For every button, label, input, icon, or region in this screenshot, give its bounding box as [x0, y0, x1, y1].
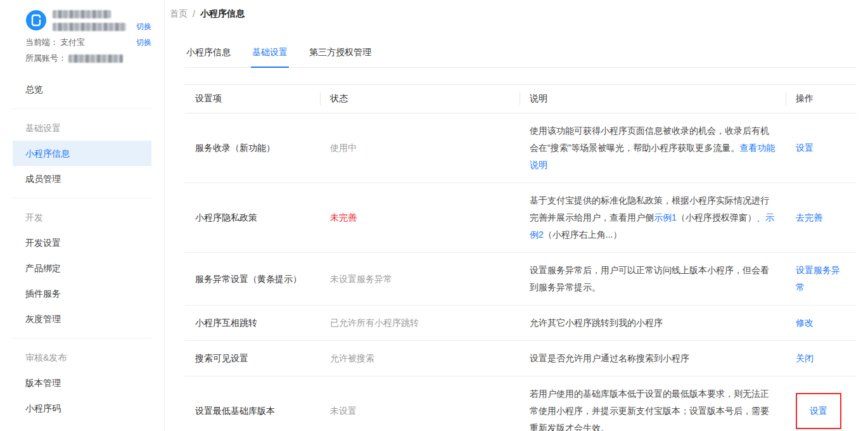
setting-status: 未设置服务异常 — [320, 253, 520, 306]
sidebar-item-dev-settings[interactable]: 开发设置 — [13, 230, 151, 255]
switch-app-link[interactable]: 切换 — [136, 22, 151, 32]
table-row-service-exception-setting: 服务异常设置（黄条提示）未设置服务异常设置服务异常后，用户可以正常访问线上版本小… — [185, 253, 857, 306]
settings-table: 设置项状态说明操作 服务收录（新功能）使用中使用该功能可获得小程序页面信息被收录… — [185, 84, 857, 431]
main-content: 首页 / 小程序信息 小程序信息基础设置第三方授权管理 设置项状态说明操作 服务… — [165, 0, 868, 431]
sidebar-item-member-management[interactable]: 成员管理 — [13, 166, 151, 191]
setting-action-cell: 设置 — [786, 376, 857, 431]
setting-description: 设置服务异常后，用户可以正常访问线上版本小程序，但会看到服务异常提示。 — [520, 253, 786, 306]
description-text: （小程序右上角...） — [544, 229, 622, 240]
setting-name: 搜索可见设置 — [185, 341, 320, 376]
setting-action-cell: 设置 — [786, 113, 857, 183]
setting-action-cell: 设置服务异常 — [786, 253, 857, 306]
sidebar-group-title-basic-settings: 基础设置 — [13, 115, 151, 141]
column-header-operation: 操作 — [786, 85, 857, 113]
app-name-redacted — [53, 10, 111, 18]
content-area: 小程序信息基础设置第三方授权管理 设置项状态说明操作 服务收录（新功能）使用中使… — [165, 39, 868, 431]
sidebar-group-development: 开发开发设置产品绑定插件服务灰度管理 — [13, 198, 151, 338]
setting-name: 服务异常设置（黄条提示） — [185, 253, 320, 306]
description-text: （小程序授权弹窗）、 — [677, 212, 765, 222]
sidebar-item-version-management[interactable]: 版本管理 — [13, 370, 151, 396]
column-header-status: 状态 — [320, 85, 520, 113]
table-row-privacy-policy: 小程序隐私政策未完善基于支付宝提供的标准化隐私政策，根据小程序实际情况进行完善并… — [185, 183, 857, 253]
sidebar-item-miniprogram-info[interactable]: 小程序信息 — [13, 141, 151, 166]
sidebar-item-overview[interactable]: 总览 — [13, 77, 151, 102]
app-root: 切换 当前端： 支付宝 切换 所属账号： 总览基础设置小程序信息成员管理开发开发… — [0, 0, 868, 431]
column-header-description: 说明 — [520, 85, 786, 113]
account-value-redacted — [68, 55, 123, 63]
column-header-setting-item: 设置项 — [185, 85, 320, 113]
action-link-miniprogram-mutual-redirect[interactable]: 修改 — [796, 318, 814, 328]
description-text: 设置是否允许用户通过名称搜索到小程序 — [530, 353, 689, 363]
action-link-service-indexing[interactable]: 设置 — [796, 143, 814, 153]
sidebar-group-title-review-release: 审核&发布 — [13, 345, 151, 370]
sidebar-group-top: 总览 — [13, 70, 151, 108]
red-highlight-box: 设置 — [796, 393, 841, 429]
breadcrumb-current: 小程序信息 — [200, 8, 245, 20]
setting-status: 未完善 — [320, 183, 520, 253]
setting-description: 允许其它小程序跳转到我的小程序 — [520, 306, 786, 341]
switch-terminal-link[interactable]: 切换 — [136, 37, 151, 48]
table-row-service-indexing: 服务收录（新功能）使用中使用该功能可获得小程序页面信息被收录的机会，收录后有机会… — [185, 113, 857, 183]
description-link[interactable]: 示例1 — [654, 212, 677, 222]
setting-name: 设置最低基础库版本 — [185, 376, 320, 431]
setting-description: 若用户使用的基础库版本低于设置的最低版本要求，则无法正常使用小程序，并提示更新支… — [520, 376, 786, 431]
table-body: 服务收录（新功能）使用中使用该功能可获得小程序页面信息被收录的机会，收录后有机会… — [185, 113, 857, 431]
setting-status: 允许被搜索 — [320, 341, 520, 376]
setting-description: 基于支付宝提供的标准化隐私政策，根据小程序实际情况进行完善并展示给用户，查看用户… — [520, 183, 786, 253]
tab-third-party-auth[interactable]: 第三方授权管理 — [308, 39, 373, 67]
description-text: 使用该功能可获得小程序页面信息被收录的机会，收录后有机会在“搜索”等场景被曝光，… — [530, 125, 769, 153]
setting-description: 设置是否允许用户通过名称搜索到小程序 — [520, 341, 786, 376]
tab-miniprogram-info[interactable]: 小程序信息 — [185, 39, 232, 67]
table-row-min-base-library: 设置最低基础库版本未设置若用户使用的基础库版本低于设置的最低版本要求，则无法正常… — [185, 376, 857, 431]
setting-action-cell: 关闭 — [786, 341, 857, 376]
breadcrumb-separator: / — [193, 9, 195, 19]
setting-status: 已允许所有小程序跳转 — [320, 306, 520, 341]
sidebar-item-gray-release[interactable]: 灰度管理 — [13, 306, 151, 331]
action-link-privacy-policy[interactable]: 去完善 — [796, 212, 822, 222]
breadcrumb: 首页 / 小程序信息 — [165, 0, 868, 28]
sidebar: 切换 当前端： 支付宝 切换 所属账号： 总览基础设置小程序信息成员管理开发开发… — [0, 0, 165, 431]
sidebar-header: 切换 当前端： 支付宝 切换 所属账号： — [0, 0, 164, 70]
sidebar-group-review-release: 审核&发布版本管理小程序码 — [13, 338, 151, 427]
sidebar-group-title-development: 开发 — [13, 205, 151, 230]
setting-action-cell: 去完善 — [786, 183, 857, 253]
action-link-search-visibility[interactable]: 关闭 — [796, 353, 814, 363]
setting-action-cell: 修改 — [786, 306, 857, 341]
description-text: 设置服务异常后，用户可以正常访问线上版本小程序，但会看到服务异常提示。 — [530, 265, 769, 292]
setting-description: 使用该功能可获得小程序页面信息被收录的机会，收录后有机会在“搜索”等场景被曝光，… — [520, 113, 786, 183]
description-text: 若用户使用的基础库版本低于设置的最低版本要求，则无法正常使用小程序，并提示更新支… — [530, 389, 769, 431]
action-link-min-base-library[interactable]: 设置 — [810, 406, 827, 416]
sidebar-item-product-binding[interactable]: 产品绑定 — [13, 255, 151, 281]
sidebar-group-basic-settings: 基础设置小程序信息成员管理 — [13, 108, 151, 198]
app-id-redacted — [53, 23, 126, 31]
current-terminal-value: 支付宝 — [60, 37, 85, 48]
table-row-search-visibility: 搜索可见设置允许被搜索设置是否允许用户通过名称搜索到小程序关闭 — [185, 341, 857, 376]
description-text: 允许其它小程序跳转到我的小程序 — [530, 318, 663, 328]
current-terminal-label: 当前端： — [25, 37, 58, 48]
setting-name: 服务收录（新功能） — [185, 113, 320, 183]
setting-name: 小程序互相跳转 — [185, 306, 320, 341]
sidebar-item-plugin-service[interactable]: 插件服务 — [13, 281, 151, 306]
table-row-miniprogram-mutual-redirect: 小程序互相跳转已允许所有小程序跳转允许其它小程序跳转到我的小程序修改 — [185, 306, 857, 341]
alipay-miniprogram-logo — [25, 10, 47, 31]
setting-status: 使用中 — [320, 113, 520, 183]
setting-status: 未设置 — [320, 376, 520, 431]
sidebar-item-miniprogram-code[interactable]: 小程序码 — [13, 396, 151, 421]
table-header-row: 设置项状态说明操作 — [185, 85, 857, 113]
logo-icon — [25, 10, 47, 31]
tab-basic-settings[interactable]: 基础设置 — [251, 39, 289, 67]
account-label: 所属账号： — [25, 53, 67, 64]
breadcrumb-home[interactable]: 首页 — [170, 8, 188, 20]
sidebar-nav: 总览基础设置小程序信息成员管理开发开发设置产品绑定插件服务灰度管理审核&发布版本… — [0, 70, 164, 427]
action-link-service-exception-setting[interactable]: 设置服务异常 — [796, 265, 840, 292]
setting-name: 小程序隐私政策 — [185, 183, 320, 253]
tab-bar: 小程序信息基础设置第三方授权管理 — [185, 39, 857, 68]
